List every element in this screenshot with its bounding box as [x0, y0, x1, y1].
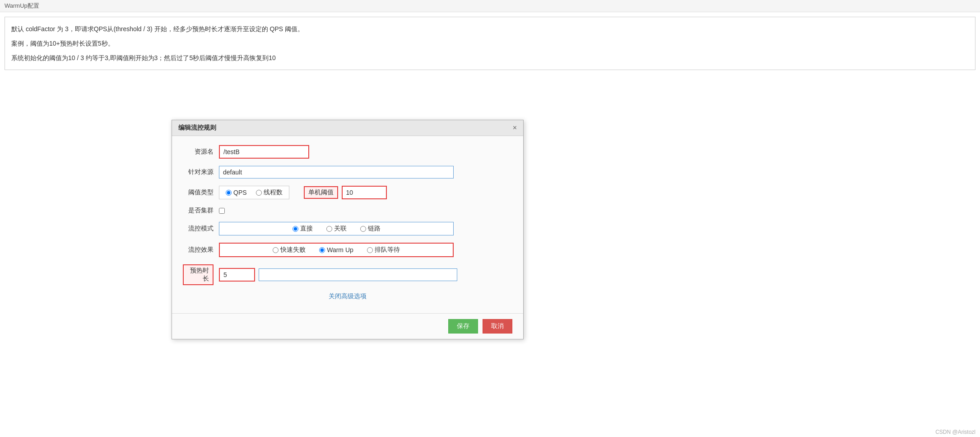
- info-line-1: 默认 coldFactor 为 3，即请求QPS从(threshold / 3)…: [11, 22, 969, 36]
- preheat-input[interactable]: [219, 268, 255, 282]
- save-button[interactable]: 保存: [448, 319, 478, 334]
- single-threshold-input[interactable]: [342, 186, 387, 199]
- cluster-row: 是否集群: [183, 207, 512, 215]
- close-advanced-link[interactable]: 关闭高级选项: [329, 292, 367, 300]
- cancel-button[interactable]: 取消: [483, 319, 512, 334]
- source-control: [219, 166, 512, 179]
- resource-name-label: 资源名: [183, 148, 219, 156]
- flow-effect-label: 流控效果: [183, 246, 219, 254]
- flow-mode-direct[interactable]: 直接: [293, 225, 313, 233]
- flow-effect-row: 流控效果 快速失败 Warm Up 排队等待: [183, 243, 512, 257]
- info-line-3: 系统初始化的阈值为10 / 3 约等于3,即阈值刚开始为3；然后过了5秒后阈值才…: [11, 51, 969, 65]
- flow-effect-control: 快速失败 Warm Up 排队等待: [219, 243, 512, 257]
- threshold-type-radio-group: QPS 线程数: [219, 186, 289, 199]
- cluster-control: [219, 208, 512, 214]
- page-content: 编辑流控规则 × 资源名 针对来源 阈值类型: [0, 75, 980, 346]
- info-box: 默认 coldFactor 为 3，即请求QPS从(threshold / 3)…: [5, 17, 975, 70]
- modal-header: 编辑流控规则 ×: [172, 120, 523, 136]
- resource-name-row: 资源名: [183, 145, 512, 159]
- flow-mode-control: 直接 关联 链路: [219, 222, 512, 235]
- flow-mode-label: 流控模式: [183, 225, 219, 233]
- flow-effect-fast-fail[interactable]: 快速失败: [273, 246, 306, 254]
- modal-footer: 保存 取消: [172, 313, 523, 339]
- flow-mode-chain[interactable]: 链路: [360, 225, 381, 233]
- resource-name-input[interactable]: [219, 145, 309, 159]
- flow-effect-warm-up[interactable]: Warm Up: [319, 246, 353, 254]
- preheat-row: 预热时长: [183, 264, 512, 285]
- flow-mode-row: 流控模式 直接 关联 链路: [183, 222, 512, 235]
- source-input[interactable]: [219, 166, 454, 179]
- flow-mode-radio-group: 直接 关联 链路: [219, 222, 454, 235]
- source-label: 针对来源: [183, 168, 219, 176]
- cluster-label: 是否集群: [183, 207, 219, 215]
- info-line-2: 案例，阈值为10+预热时长设置5秒。: [11, 36, 969, 51]
- flow-effect-queue[interactable]: 排队等待: [367, 246, 400, 254]
- threshold-type-row: 阈值类型 QPS 线程数 单机阈值: [183, 186, 512, 199]
- preheat-control: [219, 268, 512, 282]
- threshold-qps-option[interactable]: QPS: [226, 189, 247, 196]
- modal-dialog: 编辑流控规则 × 资源名 针对来源 阈值类型: [172, 120, 524, 339]
- modal-body: 资源名 针对来源 阈值类型 QPS: [172, 136, 523, 313]
- threshold-threads-option[interactable]: 线程数: [256, 188, 283, 197]
- threshold-control: QPS 线程数 单机阈值: [219, 186, 512, 199]
- flow-mode-relate[interactable]: 关联: [326, 225, 347, 233]
- preheat-label: 预热时长: [183, 264, 219, 285]
- threshold-type-label: 阈值类型: [183, 188, 219, 197]
- preheat-extra-input[interactable]: [259, 268, 457, 281]
- flow-effect-radio-group: 快速失败 Warm Up 排队等待: [219, 243, 454, 257]
- cluster-checkbox-item: [219, 208, 225, 214]
- single-threshold-section: 单机阈值: [304, 186, 387, 199]
- single-threshold-label: 单机阈值: [304, 186, 338, 199]
- close-advanced-section: 关闭高级选项: [183, 292, 512, 301]
- preheat-label-text: 预热时长: [183, 264, 214, 285]
- modal-title: 编辑流控规则: [178, 124, 216, 132]
- modal-close-button[interactable]: ×: [513, 124, 517, 132]
- resource-name-control: [219, 145, 512, 159]
- page-title: WarmUp配置: [0, 0, 980, 12]
- source-row: 针对来源: [183, 166, 512, 179]
- cluster-checkbox[interactable]: [219, 208, 225, 214]
